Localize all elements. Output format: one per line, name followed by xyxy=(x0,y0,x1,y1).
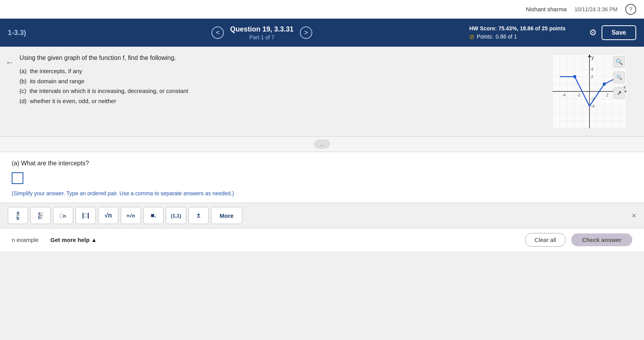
answer-input-area xyxy=(12,172,632,188)
svg-point-33 xyxy=(573,75,576,78)
save-button[interactable]: Save xyxy=(602,25,636,40)
svg-text:-2: -2 xyxy=(577,93,581,97)
answer-question-label: (a) What are the intercepts? xyxy=(12,160,632,167)
question-part-d: (d) whether it is even, odd, or neither xyxy=(19,96,539,106)
graph-side-icons: 🔍 🔍 ↗ xyxy=(612,54,626,100)
more-button[interactable]: More xyxy=(211,207,242,224)
help-button[interactable]: ? xyxy=(625,4,636,15)
get-more-help-button[interactable]: Get more help ▲ xyxy=(50,237,97,243)
svg-text:-4: -4 xyxy=(591,104,595,109)
hw-score: HW Score: 75.43%, 18.86 of 25 points xyxy=(469,25,565,32)
question-part-a: (a) the intercepts, if any xyxy=(19,66,539,76)
question-part: Part 1 of 7 xyxy=(249,34,274,40)
score-area: HW Score: 75.43%, 18.86 of 25 points ⊘ P… xyxy=(469,25,565,40)
absolute-value-button[interactable]: |□| xyxy=(76,207,96,224)
fraction-button[interactable]: ab xyxy=(8,207,28,224)
hw-score-value: 75.43%, 18.86 of 25 points xyxy=(498,25,566,32)
question-text-area: Using the given graph of the function f,… xyxy=(19,54,539,130)
bottom-right-actions: Clear all Check answer xyxy=(525,233,632,247)
clear-all-button[interactable]: Clear all xyxy=(525,233,566,247)
math-toolbar: ab a□b□ □n |□| √n n√n ■. (1,1) ± More × xyxy=(0,203,644,228)
question-parts: (a) the intercepts, if any (b) its domai… xyxy=(19,66,539,106)
question-main-text: Using the given graph of the function f,… xyxy=(19,54,539,61)
points-value: 0.86 of 1 xyxy=(496,33,517,40)
points: ⊘ Points: 0.86 of 1 xyxy=(469,33,517,40)
answer-input-box[interactable] xyxy=(12,172,23,184)
check-answer-button[interactable]: Check answer xyxy=(571,233,632,246)
datetime: 10/11/24 3:36 PM xyxy=(574,6,618,12)
svg-text:2: 2 xyxy=(606,93,609,97)
bottom-bar: n example Get more help ▲ Clear all Chec… xyxy=(0,228,644,251)
nth-root-button[interactable]: n√n xyxy=(121,207,141,224)
svg-text:-4: -4 xyxy=(562,93,566,97)
prev-question-button[interactable]: < xyxy=(211,26,224,39)
graph-area: x y 4 2 -2 -4 -4 -2 2 4 🔍 xyxy=(547,54,632,130)
zoom-in-button[interactable]: 🔍 xyxy=(613,56,625,68)
question-section: ← Using the given graph of the function … xyxy=(0,47,644,137)
sqrt-button[interactable]: √n xyxy=(98,207,118,224)
svg-text:y: y xyxy=(591,55,594,60)
svg-point-34 xyxy=(603,82,606,86)
question-nav: < Question 19, 3.3.31 Part 1 of 7 > xyxy=(211,25,312,40)
mixed-fraction-button[interactable]: a□b□ xyxy=(30,207,51,224)
expand-graph-button[interactable]: ↗ xyxy=(613,87,625,99)
answer-hint: (Simplify your answer. Type an ordered p… xyxy=(12,190,632,196)
svg-text:2: 2 xyxy=(591,75,593,79)
plus-minus-button[interactable]: ± xyxy=(188,207,209,224)
expand-button[interactable]: ... xyxy=(314,140,330,149)
ordered-pair-button[interactable]: (1,1) xyxy=(166,207,186,224)
section-title: 1-3.3) xyxy=(8,29,55,37)
power-button[interactable]: □n xyxy=(53,207,73,224)
question-title: Question 19, 3.3.31 xyxy=(230,25,294,33)
nav-center: < Question 19, 3.3.31 Part 1 of 7 > xyxy=(55,25,469,40)
username: Nishant sharma xyxy=(526,6,567,12)
next-question-button[interactable]: > xyxy=(300,26,312,39)
question-part-b: (b) its domain and range xyxy=(19,76,539,86)
example-link[interactable]: n example xyxy=(12,237,39,243)
settings-button[interactable]: ⚙ xyxy=(589,28,597,38)
svg-text:4: 4 xyxy=(591,67,593,72)
hw-score-label: HW Score: xyxy=(469,25,497,32)
points-label: Points: xyxy=(477,33,493,40)
zoom-out-button[interactable]: 🔍 xyxy=(613,72,625,83)
nav-bar: 1-3.3) < Question 19, 3.3.31 Part 1 of 7… xyxy=(0,19,644,47)
question-part-c: (c) the intervals on which it is increas… xyxy=(19,86,539,96)
expand-row: ... xyxy=(0,137,644,152)
help-arrow-icon: ▲ xyxy=(91,237,97,243)
answer-section: (a) What are the intercepts? (Simplify y… xyxy=(0,152,644,203)
toolbar-close-button[interactable]: × xyxy=(632,211,636,220)
top-bar: Nishant sharma 10/11/24 3:36 PM ? xyxy=(0,0,644,19)
back-arrow-icon[interactable]: ← xyxy=(5,58,14,68)
points-icon: ⊘ xyxy=(469,33,474,40)
decimal-button[interactable]: ■. xyxy=(143,207,164,224)
